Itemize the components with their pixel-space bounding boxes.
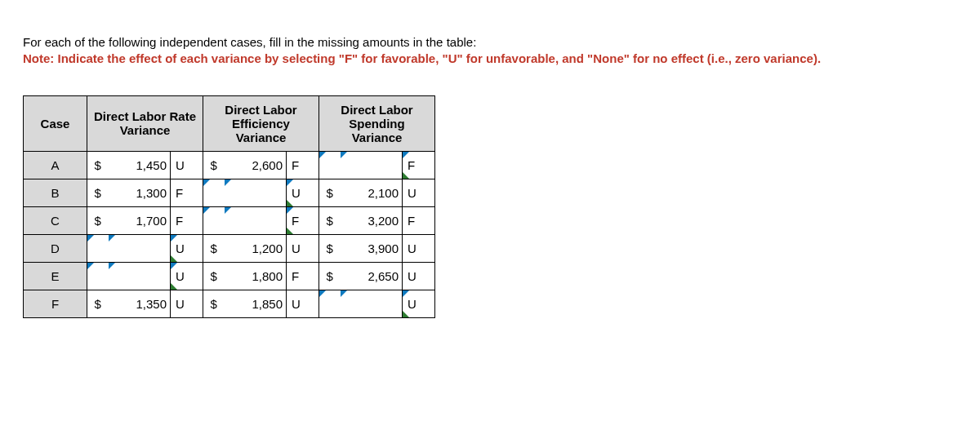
- efficiency-dollar: $: [203, 290, 225, 317]
- rate-amount[interactable]: [109, 234, 171, 262]
- header-spending: Direct Labor Spending Variance: [319, 95, 435, 151]
- table-row: B$1,300FU$2,100U: [24, 179, 435, 206]
- efficiency-fu: F: [287, 262, 319, 290]
- efficiency-amount[interactable]: [225, 206, 287, 234]
- efficiency-amount: 1,200: [225, 234, 287, 262]
- efficiency-fu: U: [287, 290, 319, 317]
- efficiency-fu[interactable]: U: [287, 179, 319, 206]
- rate-amount: 1,350: [109, 290, 171, 317]
- header-rate: Direct Labor Rate Variance: [87, 95, 203, 151]
- spending-fu[interactable]: F: [403, 151, 435, 179]
- spending-dollar: $: [319, 206, 341, 234]
- case-label: C: [24, 206, 87, 234]
- rate-dollar[interactable]: [87, 234, 109, 262]
- rate-fu: F: [171, 179, 203, 206]
- efficiency-dollar: $: [203, 234, 225, 262]
- table-row: A$1,450U$2,600FF: [24, 151, 435, 179]
- rate-amount[interactable]: [109, 262, 171, 290]
- efficiency-dollar[interactable]: [203, 179, 225, 206]
- table-row: DU$1,200U$3,900U: [24, 234, 435, 262]
- instructions-note: Note: Indicate the effect of each varian…: [23, 51, 957, 67]
- spending-amount: 3,200: [341, 206, 403, 234]
- instructions-line1: For each of the following independent ca…: [23, 34, 957, 51]
- rate-amount: 1,700: [109, 206, 171, 234]
- rate-fu: F: [171, 206, 203, 234]
- header-row: Case Direct Labor Rate Variance Direct L…: [24, 95, 435, 151]
- header-efficiency: Direct Labor Efficiency Variance: [203, 95, 319, 151]
- spending-dollar: $: [319, 262, 341, 290]
- spending-amount[interactable]: [341, 151, 403, 179]
- efficiency-fu: F: [287, 151, 319, 179]
- rate-dollar: $: [87, 206, 109, 234]
- rate-fu: U: [171, 151, 203, 179]
- variance-table: Case Direct Labor Rate Variance Direct L…: [23, 95, 435, 318]
- instructions: For each of the following independent ca…: [23, 34, 957, 68]
- spending-dollar: $: [319, 179, 341, 206]
- efficiency-amount: 1,800: [225, 262, 287, 290]
- spending-dollar: $: [319, 234, 341, 262]
- rate-dollar: $: [87, 151, 109, 179]
- efficiency-amount[interactable]: [225, 179, 287, 206]
- spending-fu: U: [403, 262, 435, 290]
- rate-amount: 1,300: [109, 179, 171, 206]
- rate-dollar: $: [87, 179, 109, 206]
- case-label: B: [24, 179, 87, 206]
- rate-amount: 1,450: [109, 151, 171, 179]
- efficiency-dollar: $: [203, 151, 225, 179]
- case-label: A: [24, 151, 87, 179]
- efficiency-dollar: $: [203, 262, 225, 290]
- case-label: D: [24, 234, 87, 262]
- spending-dollar[interactable]: [319, 290, 341, 317]
- table-row: EU$1,800F$2,650U: [24, 262, 435, 290]
- case-label: E: [24, 262, 87, 290]
- spending-amount: 3,900: [341, 234, 403, 262]
- spending-amount[interactable]: [341, 290, 403, 317]
- rate-fu: U: [171, 290, 203, 317]
- efficiency-amount: 2,600: [225, 151, 287, 179]
- rate-fu[interactable]: U: [171, 262, 203, 290]
- efficiency-amount: 1,850: [225, 290, 287, 317]
- rate-dollar: $: [87, 290, 109, 317]
- efficiency-fu[interactable]: F: [287, 206, 319, 234]
- efficiency-fu: U: [287, 234, 319, 262]
- table-row: C$1,700FF$3,200F: [24, 206, 435, 234]
- rate-dollar[interactable]: [87, 262, 109, 290]
- rate-fu[interactable]: U: [171, 234, 203, 262]
- spending-fu: F: [403, 206, 435, 234]
- efficiency-dollar[interactable]: [203, 206, 225, 234]
- spending-fu[interactable]: U: [403, 290, 435, 317]
- header-case: Case: [24, 95, 87, 151]
- table-row: F$1,350U$1,850UU: [24, 290, 435, 317]
- spending-fu: U: [403, 234, 435, 262]
- spending-amount: 2,650: [341, 262, 403, 290]
- spending-amount: 2,100: [341, 179, 403, 206]
- case-label: F: [24, 290, 87, 317]
- spending-fu: U: [403, 179, 435, 206]
- spending-dollar[interactable]: [319, 151, 341, 179]
